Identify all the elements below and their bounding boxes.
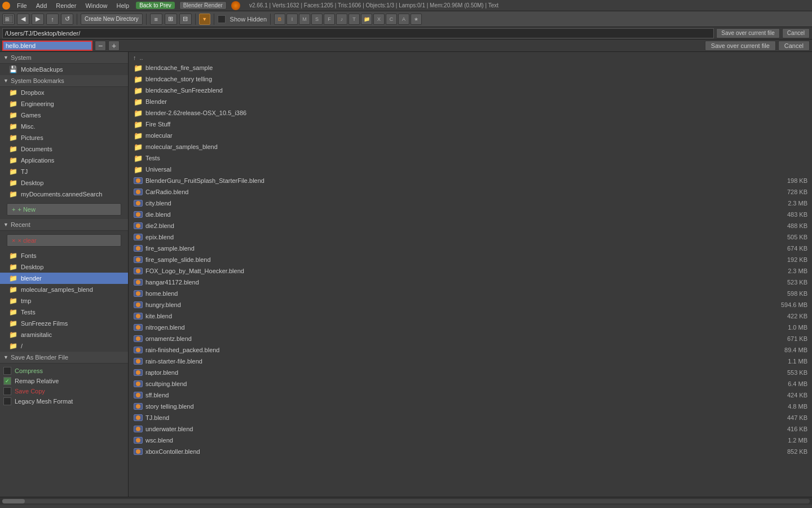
save-option-save_copy[interactable]: Save Copy	[3, 386, 125, 396]
filter-text[interactable]: T	[348, 14, 360, 25]
save-option-compress[interactable]: Compress	[3, 366, 125, 376]
path-input[interactable]	[2, 28, 714, 38]
filter-movie[interactable]: M	[299, 14, 310, 25]
recent-item-fonts[interactable]: 📁Fonts	[0, 250, 128, 261]
sidebar-item-applications[interactable]: 📁Applications	[0, 155, 128, 166]
file-item-raptor-blend[interactable]: raptor.blend 553 KB	[129, 367, 812, 378]
filename-decrement-btn[interactable]: −	[95, 41, 106, 51]
file-item-wsc-blend[interactable]: wsc.blend 1.2 MB	[129, 435, 812, 446]
file-item-fire-sample-slide-blend[interactable]: fire_sample_slide.blend 192 KB	[129, 254, 812, 265]
cancel-path-btn[interactable]: Cancel	[782, 28, 810, 38]
filter-collada[interactable]: C	[386, 14, 397, 25]
file-item-story-telling-blend[interactable]: story telling.blend 4.8 MB	[129, 401, 812, 412]
sidebar-item-engineering[interactable]: 📁Engineering	[0, 98, 128, 110]
file-item-kite-blend[interactable]: kite.blend 422 KB	[129, 310, 812, 322]
filter-script[interactable]: S	[311, 14, 323, 25]
clear-recent-btn[interactable]: × × clear	[7, 234, 121, 247]
recent-section-header[interactable]: ▼ Recent	[0, 219, 128, 231]
folder-item-blender-2-62release-osx-10-5-i386[interactable]: 📁 blender-2.62release-OSX_10.5_i386	[129, 107, 812, 119]
recent-item-tests[interactable]: 📁Tests	[0, 306, 128, 318]
view-grid-btn[interactable]: ⊟	[179, 14, 192, 25]
file-item-rain-finished-packed-blend[interactable]: rain-finished_packed.blend 89.4 MB	[129, 344, 812, 356]
scrollbar-track[interactable]	[2, 499, 810, 503]
sidebar-item-misc-[interactable]: 📁Misc.	[0, 121, 128, 132]
nav-refresh[interactable]: ↺	[61, 14, 73, 25]
nav-forward[interactable]: ▶	[32, 14, 44, 25]
new-bookmark-btn[interactable]: + + New	[7, 203, 121, 216]
save-section-header[interactable]: ▼ Save As Blender File	[0, 352, 128, 364]
sidebar-item-tj[interactable]: 📁TJ	[0, 166, 128, 177]
filter-blend[interactable]: B	[274, 14, 285, 25]
folder-item-molecular[interactable]: 📁 molecular	[129, 130, 812, 141]
filter-icon[interactable]: ▼	[199, 14, 210, 25]
filter-img[interactable]: I	[286, 14, 298, 25]
render-engine-select[interactable]: Blender Render	[179, 1, 227, 10]
file-item-fox-logo-by-matt-hoecker-blend[interactable]: FOX_Logo_by_Matt_Hoecker.blend 2.3 MB	[129, 265, 812, 277]
scrollbar-thumb[interactable]	[2, 499, 25, 503]
filename-input[interactable]	[2, 41, 92, 51]
filter-all2[interactable]: ★	[411, 14, 422, 25]
system-section-header[interactable]: ▼ System	[0, 52, 128, 64]
nav-back[interactable]: ◀	[17, 14, 29, 25]
create-new-dir-btn[interactable]: Create New Directory	[81, 14, 143, 25]
menu-window[interactable]: Window	[83, 1, 109, 10]
back-to-prev-badge[interactable]: Back to Prev	[136, 2, 175, 9]
view-short-btn[interactable]: ≡	[150, 14, 162, 25]
checkbox-remap_relative[interactable]	[3, 377, 11, 385]
recent-item-blender[interactable]: 📁blender	[0, 273, 128, 284]
folder-item-blender[interactable]: 📁 Blender	[129, 96, 812, 107]
checkbox-legacy_mesh[interactable]	[3, 397, 11, 405]
file-item-die2-blend[interactable]: die2.blend 488 KB	[129, 220, 812, 231]
file-item-xboxcontoller-blend[interactable]: xboxContoller.blend 852 KB	[129, 446, 812, 457]
file-item-hungry-blend[interactable]: hungry.blend 594.6 MB	[129, 299, 812, 310]
recent-item-aramisitalic[interactable]: 📁aramisitalic	[0, 329, 128, 340]
show-hidden-checkbox[interactable]	[218, 15, 226, 23]
save-option-remap_relative[interactable]: Remap Relative	[3, 376, 125, 386]
updir-row[interactable]: ↑ ..	[129, 53, 812, 62]
folder-item-blendcache-story-telling[interactable]: 📁 blendcache_story telling	[129, 73, 812, 85]
recent-item-sunfreeze-films[interactable]: 📁SunFreeze Films	[0, 318, 128, 329]
filter-font[interactable]: F	[324, 14, 335, 25]
sidebar-item-documents[interactable]: 📁Documents	[0, 143, 128, 155]
file-item-nitrogen-blend[interactable]: nitrogen.blend 1.0 MB	[129, 322, 812, 333]
recent-item-tmp[interactable]: 📁tmp	[0, 295, 128, 306]
sidebar-item-pictures[interactable]: 📁Pictures	[0, 132, 128, 143]
file-item-city-blend[interactable]: city.blend 2.3 MB	[129, 198, 812, 209]
sidebar-item-desktop[interactable]: 📁Desktop	[0, 177, 128, 189]
folder-item-blendcache-fire-sample[interactable]: 📁 blendcache_fire_sample	[129, 62, 812, 73]
folder-item-tests[interactable]: 📁 Tests	[129, 152, 812, 164]
file-item-home-blend[interactable]: home.blend 598 KB	[129, 288, 812, 299]
sidebar-item-mobilebackups[interactable]: 💾 MobileBackups	[0, 64, 128, 75]
file-item-scultping-blend[interactable]: scultping.blend 6.4 MB	[129, 378, 812, 389]
nav-arrows[interactable]: ⊞	[2, 14, 15, 25]
checkbox-save_copy[interactable]	[3, 387, 11, 395]
save-over-path-btn[interactable]: Save over current file	[716, 28, 780, 38]
sidebar-item-mydocuments-cannedsearch[interactable]: 📁myDocuments.cannedSearch	[0, 189, 128, 200]
file-item-ornamentz-blend[interactable]: ornamentz.blend 671 KB	[129, 333, 812, 344]
file-item-rain-starter-file-blend[interactable]: rain-starter-file.blend 1.1 MB	[129, 356, 812, 367]
file-item-sff-blend[interactable]: sff.blend 424 KB	[129, 389, 812, 401]
checkbox-compress[interactable]	[3, 367, 11, 375]
recent-item--[interactable]: 📁/	[0, 340, 128, 352]
filter-all1[interactable]: A	[398, 14, 409, 25]
file-item-blenderguru-fruitsplash-starterfile-blend[interactable]: BlenderGuru_FruitSplash_StarterFile.blen…	[129, 175, 812, 186]
filter-sound[interactable]: ♪	[336, 14, 347, 25]
menu-file[interactable]: File	[15, 1, 29, 10]
file-item-tj-blend[interactable]: TJ.blend 447 KB	[129, 412, 812, 423]
file-item-epix-blend[interactable]: epix.blend 505 KB	[129, 231, 812, 243]
view-list-btn[interactable]: ⊞	[165, 14, 177, 25]
recent-item-molecular-samples-blend[interactable]: 📁molecular_samples_blend	[0, 284, 128, 295]
sidebar-item-dropbox[interactable]: 📁Dropbox	[0, 87, 128, 98]
bottom-scrollbar[interactable]	[0, 497, 812, 505]
file-item-carradio-blend[interactable]: CarRadio.blend 728 KB	[129, 186, 812, 198]
menu-render[interactable]: Render	[54, 1, 78, 10]
save-option-legacy_mesh[interactable]: Legacy Mesh Format	[3, 396, 125, 406]
menu-help[interactable]: Help	[114, 1, 132, 10]
cancel-btn[interactable]: Cancel	[778, 41, 810, 51]
menu-add[interactable]: Add	[34, 1, 50, 10]
file-item-fire-sample-blend[interactable]: fire_sample.blend 674 KB	[129, 243, 812, 254]
folder-item-blendcache-sunfreezblend[interactable]: 📁 blendcache_SunFreezblend	[129, 85, 812, 96]
folder-item-universal[interactable]: 📁 Universal	[129, 164, 812, 175]
filename-increment-btn[interactable]: +	[108, 41, 120, 51]
bookmarks-section-header[interactable]: ▼ System Bookmarks	[0, 75, 128, 87]
